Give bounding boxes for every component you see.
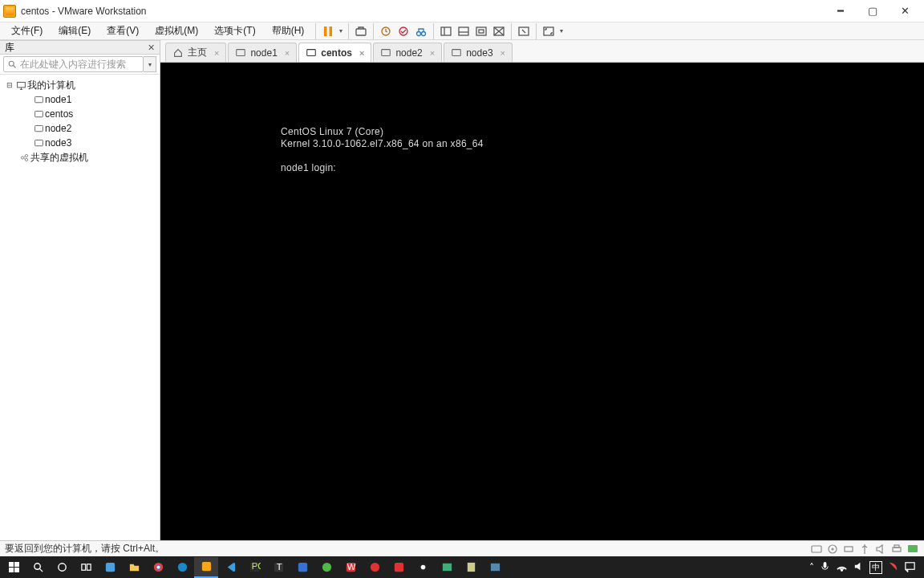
svg-rect-47 xyxy=(87,564,91,571)
taskbar-vscode[interactable] xyxy=(218,557,242,578)
tray-network-icon[interactable] xyxy=(836,560,848,575)
svg-point-4 xyxy=(399,27,407,35)
tab-node1[interactable]: node1 × xyxy=(228,43,297,62)
fullscreen-guest-button[interactable] xyxy=(515,22,533,40)
search-input[interactable]: 在此处键入内容进行搜索 xyxy=(3,56,144,72)
console-view-button[interactable] xyxy=(472,22,490,40)
taskbar-app[interactable] xyxy=(363,557,387,578)
tray-mic-icon[interactable] xyxy=(819,560,831,575)
send-ctrl-alt-del-button[interactable] xyxy=(352,22,370,40)
tree-item-node2[interactable]: node2 xyxy=(0,121,160,136)
taskbar-app[interactable] xyxy=(435,557,459,578)
taskbar-chrome[interactable] xyxy=(146,557,170,578)
vm-icon xyxy=(451,47,462,59)
search-row: 在此处键入内容进行搜索 ▾ xyxy=(0,55,160,75)
console-line: CentOS Linux 7 (Core) xyxy=(281,126,383,137)
thumbnail-toggle-button[interactable] xyxy=(455,22,472,40)
taskview-button[interactable] xyxy=(74,557,98,578)
device-printer-icon[interactable] xyxy=(890,543,903,556)
svg-point-59 xyxy=(322,563,330,572)
library-close-icon[interactable]: ✕ xyxy=(148,43,155,51)
tree-item-node1[interactable]: node1 xyxy=(0,92,160,107)
tab-centos[interactable]: centos × xyxy=(298,43,371,62)
search-icon xyxy=(7,59,17,69)
taskbar-wps[interactable]: W xyxy=(338,557,363,578)
menu-tabs[interactable]: 选项卡(T) xyxy=(206,22,263,39)
taskbar-edge[interactable] xyxy=(170,557,194,578)
search-button[interactable] xyxy=(26,557,50,578)
menu-help[interactable]: 帮助(H) xyxy=(264,22,313,39)
tab-close-icon[interactable]: × xyxy=(500,48,505,58)
tray-app-icon[interactable] xyxy=(887,560,899,575)
tray-ime[interactable]: 中 xyxy=(869,561,882,574)
taskbar-app[interactable] xyxy=(459,557,483,578)
taskbar-explorer[interactable] xyxy=(122,557,146,578)
svg-rect-67 xyxy=(467,563,474,572)
taskbar-vmware[interactable] xyxy=(194,557,218,578)
tray-volume-icon[interactable] xyxy=(853,560,865,575)
main-area: 主页 × node1 × centos × node2 × node3 × Ce… xyxy=(160,40,924,540)
svg-rect-53 xyxy=(201,562,210,571)
tray-chevron-icon[interactable]: ˄ xyxy=(809,562,814,573)
device-display-icon[interactable] xyxy=(906,543,919,556)
device-sound-icon[interactable] xyxy=(874,543,887,556)
device-usb-icon[interactable] xyxy=(858,543,871,556)
fullscreen-dropdown[interactable]: ▾ xyxy=(557,27,565,35)
tree-item-node3[interactable]: node3 xyxy=(0,136,160,150)
tree-root-mycomputer[interactable]: ⊟ 我的计算机 xyxy=(0,78,160,92)
tab-close-icon[interactable]: × xyxy=(430,48,435,58)
tab-close-icon[interactable]: × xyxy=(359,48,364,58)
taskbar-app[interactable]: T xyxy=(266,557,290,578)
tab-close-icon[interactable]: × xyxy=(214,48,219,58)
tab-close-icon[interactable]: × xyxy=(285,48,290,58)
power-dropdown[interactable]: ▾ xyxy=(337,27,345,35)
tab-home[interactable]: 主页 × xyxy=(165,43,226,62)
separator xyxy=(511,23,512,39)
fullscreen-button[interactable] xyxy=(540,22,557,40)
menu-vm[interactable]: 虚拟机(M) xyxy=(147,22,206,39)
taskbar-app[interactable] xyxy=(411,557,435,578)
snapshot-manager-button[interactable] xyxy=(412,22,430,40)
device-hdd-icon[interactable] xyxy=(810,543,823,556)
svg-rect-20 xyxy=(17,82,25,88)
suspend-button[interactable] xyxy=(319,22,337,40)
tab-node3[interactable]: node3 × xyxy=(444,43,513,62)
taskbar-app[interactable] xyxy=(483,557,507,578)
vm-console[interactable]: CentOS Linux 7 (Core) Kernel 3.10.0-1062… xyxy=(160,63,924,540)
vm-icon xyxy=(235,47,246,59)
vm-icon xyxy=(32,95,45,105)
maximize-button[interactable]: ▢ xyxy=(857,2,889,21)
menu-file[interactable]: 文件(F) xyxy=(3,22,51,39)
minimize-button[interactable]: ━ xyxy=(825,2,857,21)
device-cd-icon[interactable] xyxy=(826,543,839,556)
tree-label: node1 xyxy=(45,94,71,105)
tree-shared-vms[interactable]: 共享的虚拟机 xyxy=(0,150,160,165)
svg-point-65 xyxy=(420,565,425,570)
library-toggle-button[interactable] xyxy=(437,22,455,40)
start-button[interactable] xyxy=(2,557,26,578)
monitor-icon xyxy=(14,80,27,91)
tree-label: centos xyxy=(45,108,73,120)
tray-notifications-icon[interactable] xyxy=(904,560,916,575)
taskbar-app[interactable] xyxy=(387,557,411,578)
unity-button[interactable] xyxy=(490,22,508,40)
close-button[interactable]: ✕ xyxy=(889,2,921,21)
tab-node2[interactable]: node2 × xyxy=(373,43,442,62)
menu-edit[interactable]: 编辑(E) xyxy=(51,22,99,39)
cortana-button[interactable] xyxy=(50,557,74,578)
svg-rect-42 xyxy=(908,545,918,552)
taskbar-app[interactable] xyxy=(314,557,338,578)
taskbar-app[interactable] xyxy=(290,557,314,578)
separator xyxy=(536,23,537,39)
snapshot-button[interactable] xyxy=(377,22,395,40)
taskbar-pycharm[interactable]: PC xyxy=(242,557,266,578)
taskbar-app[interactable] xyxy=(98,557,122,578)
snapshot-revert-button[interactable] xyxy=(395,22,412,40)
search-dropdown[interactable]: ▾ xyxy=(144,56,156,72)
device-net-icon[interactable] xyxy=(842,543,855,556)
svg-rect-11 xyxy=(476,27,486,35)
tab-label: centos xyxy=(321,47,352,59)
svg-point-51 xyxy=(156,566,160,569)
menu-view[interactable]: 查看(V) xyxy=(99,22,147,39)
tree-item-centos[interactable]: centos xyxy=(0,107,160,121)
